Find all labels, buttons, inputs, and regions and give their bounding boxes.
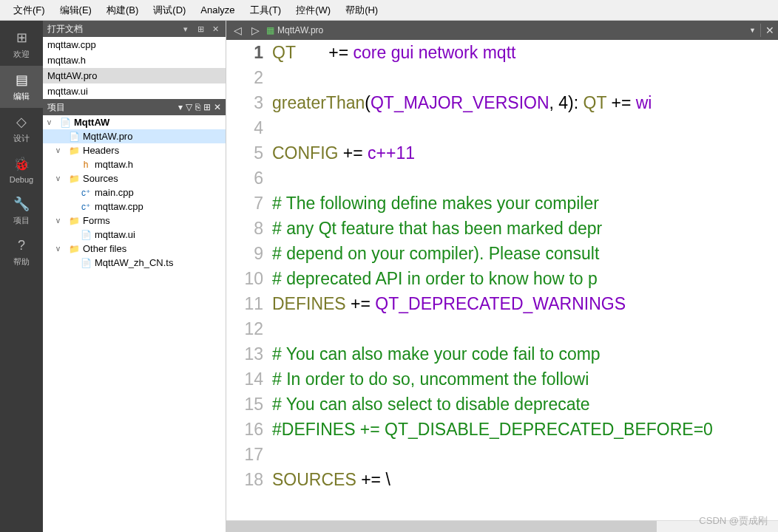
code-line[interactable] [272,65,778,90]
dropdown-icon[interactable]: ▾ [180,23,192,35]
open-file-item[interactable]: mqttaw.h [43,52,226,68]
mode-icon: 🔧 [13,196,30,212]
mode-label: Debug [10,175,33,184]
tree-node[interactable]: 📄MqttAW.pro [43,129,226,143]
dropdown-icon[interactable]: ▾ [178,102,183,112]
code-line[interactable]: DEFINES += QT_DEPRECATED_WARNINGS [272,291,778,316]
code-line[interactable]: greaterThan(QT_MAJOR_VERSION, 4): QT += … [272,90,778,115]
mode-icon: 🐞 [13,156,30,172]
tree-node-label: mqttaw.ui [95,229,135,240]
open-file-item[interactable]: mqttaw.cpp [43,37,226,52]
mode-icon: ▤ [16,72,28,88]
code-line[interactable]: QT += core gui network mqtt [272,40,778,65]
expand-icon[interactable]: v [56,245,65,253]
open-file-item[interactable]: MqttAW.pro [43,68,226,83]
tree-node[interactable]: v📁Other files [43,242,226,256]
menu-item[interactable]: 构建(B) [99,1,146,20]
menu-item[interactable]: Analyze [193,1,242,18]
nav-back-icon[interactable]: ◁ [231,24,244,37]
expand-icon[interactable]: v [56,146,65,154]
menu-item[interactable]: 控件(W) [288,1,338,20]
tree-node[interactable]: c⁺main.cpp [43,185,226,200]
code-line[interactable] [272,442,778,467]
code-line[interactable]: # The following define makes your compil… [272,191,778,216]
tree-node[interactable]: v📁Forms [43,214,226,228]
mode-设计[interactable]: ◇设计 [0,108,43,150]
code-line[interactable]: # You can also make your code fail to co… [272,341,778,366]
code-line[interactable]: SOURCES += \ [272,467,778,492]
open-file-item[interactable]: mqttaw.ui [43,83,226,99]
file-icon: 📄 [80,258,92,268]
tree-node[interactable]: 📄mqttaw.ui [43,228,226,242]
menu-item[interactable]: 工具(T) [243,1,289,20]
editor-filename[interactable]: ▦ MqttAW.pro [266,25,323,35]
tree-node-label: Forms [83,215,110,226]
mode-label: 欢迎 [13,49,30,60]
split-icon[interactable]: ⊞ [194,23,206,35]
menu-item[interactable]: 文件(F) [6,1,53,20]
tree-node-label: MqttAW [74,117,109,128]
line-number: 14 [226,366,263,392]
tree-node-label: mqttaw.h [95,159,133,170]
file-icon: 📁 [68,244,80,254]
mode-label: 编辑 [13,91,30,102]
tree-node-label: mqttaw.cpp [95,201,143,212]
code-body[interactable]: QT += core gui network mqtt greaterThan(… [271,40,778,520]
tree-node[interactable]: c⁺mqttaw.cpp [43,200,226,214]
mode-项目[interactable]: 🔧项目 [0,190,43,232]
mode-欢迎[interactable]: ⊞欢迎 [0,24,43,66]
project-tree: v📄MqttAW📄MqttAW.prov📁Headershmqttaw.hv📁S… [43,115,226,532]
code-line[interactable]: CONFIG += c++11 [272,140,778,166]
tree-node[interactable]: v📁Sources [43,171,226,185]
tree-node[interactable]: hmqttaw.h [43,157,226,171]
menu-item[interactable]: 编辑(E) [53,1,99,20]
editor-close-icon[interactable]: ✕ [760,24,774,37]
code-line[interactable]: # any Qt feature that has been marked de… [272,216,778,241]
tree-node[interactable]: 📄MqttAW_zh_CN.ts [43,256,226,270]
expand-icon[interactable]: v [47,118,56,126]
line-number: 15 [226,392,263,417]
code-line[interactable] [272,316,778,341]
line-number: 4 [226,115,263,140]
code-editor[interactable]: 123456789101112131415161718 QT += core g… [226,40,778,520]
line-number: 16 [226,417,263,442]
expand-icon[interactable]: v [56,174,65,183]
code-line[interactable]: # In order to do so, uncomment the follo… [272,366,778,392]
code-line[interactable] [272,115,778,140]
line-number: 9 [226,241,263,266]
code-line[interactable]: # deprecated API in order to know how to… [272,266,778,291]
link-icon[interactable]: ⎘ [195,102,200,112]
open-files-title: 打开文档 [47,23,177,35]
close-panel-icon[interactable]: ✕ [209,23,221,35]
horizontal-scrollbar[interactable] [226,520,778,532]
tree-node[interactable]: v📄MqttAW [43,115,226,129]
mode-Debug[interactable]: 🐞Debug [0,150,43,190]
file-icon: 📁 [68,174,80,184]
code-line[interactable]: # You can also select to disable depreca… [272,392,778,417]
expand-icon[interactable]: v [56,216,65,225]
mode-编辑[interactable]: ▤编辑 [0,66,43,108]
line-number: 6 [226,166,263,191]
dropdown-icon[interactable]: ▼ [749,27,756,34]
file-icon: h [80,160,92,170]
nav-forward-icon[interactable]: ▷ [248,24,262,37]
close-panel-icon[interactable]: ✕ [214,102,221,112]
menu-item[interactable]: 帮助(H) [338,1,385,20]
tree-node[interactable]: v📁Headers [43,143,226,157]
filter-icon[interactable]: ▽ [186,102,192,112]
code-line[interactable]: # depend on your compiler). Please consu… [272,241,778,266]
line-number: 7 [226,191,263,216]
line-number: 18 [226,467,263,492]
menu-item[interactable]: 调试(D) [146,1,193,20]
tree-node-label: MqttAW_zh_CN.ts [95,257,173,268]
mode-icon: ? [18,238,25,253]
mode-帮助[interactable]: ?帮助 [0,232,43,273]
split-icon[interactable]: ⊞ [203,102,211,112]
mode-label: 项目 [13,215,30,226]
project-title: 项目 [47,101,175,114]
code-line[interactable] [272,166,778,191]
tree-node-label: Other files [83,243,126,254]
tree-node-label: MqttAW.pro [83,131,132,142]
file-icon: 📄 [59,117,71,128]
code-line[interactable]: #DEFINES += QT_DISABLE_DEPRECATED_BEFORE… [272,417,778,442]
